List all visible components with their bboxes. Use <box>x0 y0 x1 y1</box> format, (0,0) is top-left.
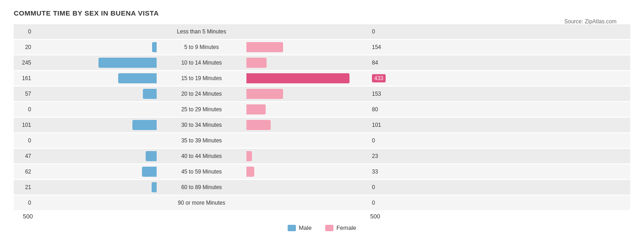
male-bar <box>132 120 157 130</box>
row-label: 10 to 14 Minutes <box>160 60 243 66</box>
male-value: 0 <box>17 200 31 206</box>
left-section: 0 <box>14 136 160 146</box>
right-bar-container <box>246 42 370 52</box>
left-bar-container <box>33 58 157 68</box>
male-value: 245 <box>17 60 31 66</box>
row-label: 60 to 89 Minutes <box>160 184 243 190</box>
female-value: 0 <box>372 200 386 206</box>
table-row: 101 30 to 34 Minutes 101 <box>14 118 630 132</box>
row-label: 25 to 29 Minutes <box>160 106 243 113</box>
male-bar <box>152 42 157 52</box>
left-bar-container <box>33 198 157 208</box>
right-section: 84 <box>243 58 389 68</box>
legend-male: Male <box>288 224 311 231</box>
table-row: 161 15 to 19 Minutes 433 <box>14 71 630 86</box>
female-value: 84 <box>372 60 386 66</box>
row-label: 15 to 19 Minutes <box>160 75 243 81</box>
row-label: 90 or more Minutes <box>160 200 243 206</box>
male-value: 62 <box>17 168 31 175</box>
female-value: 101 <box>372 122 386 128</box>
left-bar-container <box>33 73 157 83</box>
female-value: 0 <box>372 28 386 35</box>
right-section: 0 <box>243 136 389 146</box>
row-label: 45 to 59 Minutes <box>160 168 243 175</box>
female-value: 80 <box>372 106 386 113</box>
female-color-box <box>325 225 333 231</box>
table-row: 20 5 to 9 Minutes 154 <box>14 40 630 54</box>
female-bar <box>246 42 283 52</box>
male-value: 101 <box>17 122 31 128</box>
legend-female: Female <box>325 224 356 231</box>
table-row: 62 45 to 59 Minutes 33 <box>14 164 630 179</box>
male-value: 0 <box>17 28 31 35</box>
table-row: 0 90 or more Minutes 0 <box>14 196 630 210</box>
chart-area: 0 Less than 5 Minutes 0 20 5 to 9 Minute… <box>14 24 630 210</box>
left-section: 57 <box>14 89 160 99</box>
male-value: 47 <box>17 153 31 159</box>
right-section: 33 <box>243 167 389 177</box>
female-bar <box>246 104 266 114</box>
right-section: 433 <box>243 73 389 83</box>
right-bar-container <box>246 104 370 114</box>
left-section: 101 <box>14 120 160 130</box>
legend-male-label: Male <box>299 224 311 231</box>
left-bar-container <box>33 120 157 130</box>
male-value: 161 <box>17 75 31 81</box>
right-section: 23 <box>243 151 389 161</box>
left-section: 161 <box>14 73 160 83</box>
female-value: 0 <box>372 137 386 144</box>
male-bar <box>118 73 157 83</box>
table-row: 245 10 to 14 Minutes 84 <box>14 55 630 70</box>
table-row: 47 40 to 44 Minutes 23 <box>14 149 630 163</box>
male-bar <box>98 58 157 68</box>
left-section: 0 <box>14 104 160 114</box>
female-bar <box>246 167 254 177</box>
right-section: 0 <box>243 182 389 192</box>
male-value: 57 <box>17 91 31 97</box>
chart-title: COMMUTE TIME BY SEX IN BUENA VISTA <box>14 9 630 17</box>
left-section: 47 <box>14 151 160 161</box>
left-section: 62 <box>14 167 160 177</box>
right-section: 80 <box>243 104 389 114</box>
row-label: 35 to 39 Minutes <box>160 137 243 144</box>
female-bar <box>246 151 252 161</box>
table-row: 21 60 to 89 Minutes 0 <box>14 180 630 195</box>
right-section: 153 <box>243 89 389 99</box>
male-bar <box>146 151 157 161</box>
female-value: 23 <box>372 153 386 159</box>
left-section: 0 <box>14 27 160 37</box>
left-bar-container <box>33 167 157 177</box>
source-label: Source: ZipAtlas.com <box>564 18 617 25</box>
left-bar-container <box>33 182 157 192</box>
female-bar <box>246 58 267 68</box>
left-section: 20 <box>14 42 160 52</box>
female-value: 33 <box>372 168 386 175</box>
row-label: 5 to 9 Minutes <box>160 44 243 50</box>
table-row: 0 Less than 5 Minutes 0 <box>14 24 630 39</box>
male-value: 20 <box>17 44 31 50</box>
right-bar-container <box>246 182 370 192</box>
right-section: 101 <box>243 120 389 130</box>
table-row: 57 20 to 24 Minutes 153 <box>14 87 630 101</box>
left-bar-container <box>33 42 157 52</box>
male-color-box <box>288 225 296 231</box>
right-bar-container <box>246 120 370 130</box>
male-bar <box>142 167 157 177</box>
male-bar <box>152 182 157 192</box>
female-bar <box>246 120 271 130</box>
row-label: 40 to 44 Minutes <box>160 153 243 159</box>
male-value: 0 <box>17 137 31 144</box>
male-bar <box>143 89 157 99</box>
left-bar-container <box>33 151 157 161</box>
axis-row: 500 500 <box>14 213 630 220</box>
left-bar-container <box>33 136 157 146</box>
axis-left-label: 500 <box>23 213 33 220</box>
right-section: 154 <box>243 42 389 52</box>
right-bar-container <box>246 58 370 68</box>
left-bar-container <box>33 104 157 114</box>
table-row: 0 25 to 29 Minutes 80 <box>14 102 630 117</box>
female-bar <box>246 89 283 99</box>
male-value: 0 <box>17 106 31 113</box>
female-value: 153 <box>372 91 386 97</box>
left-bar-container <box>33 89 157 99</box>
